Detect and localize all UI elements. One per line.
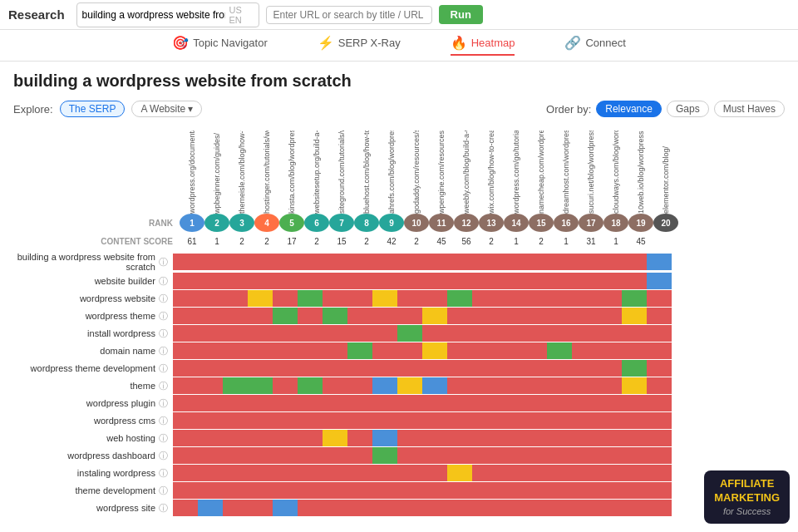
a-website-button[interactable]: A Website ▾ xyxy=(131,101,202,117)
row-label-0: building a wordpress website from scratc… xyxy=(13,252,173,272)
info-icon[interactable]: ⓘ xyxy=(159,275,168,288)
tab-topic-navigator[interactable]: 🎯 Topic Navigator xyxy=(172,35,268,56)
info-icon[interactable]: ⓘ xyxy=(159,397,168,410)
heat-cell xyxy=(173,482,198,499)
topbar: Research US EN Run xyxy=(0,0,798,30)
tab-connect[interactable]: 🔗 Connect xyxy=(564,35,625,56)
heat-cell xyxy=(298,377,323,394)
serp-xray-icon: ⚡ xyxy=(318,35,334,51)
col-header-19: 10web.io/blog/wordpress-tutorial/ xyxy=(628,122,653,214)
heat-cell xyxy=(572,412,597,429)
heat-cell xyxy=(397,290,422,307)
order-by: Order by: Relevance Gaps Must Haves xyxy=(546,101,785,117)
heat-cell xyxy=(248,482,273,499)
rank-cell-3: 3 xyxy=(229,214,254,232)
order-relevance-button[interactable]: Relevance xyxy=(596,101,662,117)
heat-cell xyxy=(173,447,198,464)
heat-cell xyxy=(198,342,223,359)
heat-cell xyxy=(522,482,547,499)
explore-label: Explore: xyxy=(13,103,53,116)
run-button[interactable]: Run xyxy=(439,5,483,24)
heat-cell xyxy=(497,500,522,516)
url-input[interactable] xyxy=(266,6,432,24)
heat-cell xyxy=(273,308,298,324)
heat-cell xyxy=(173,360,198,377)
heat-cell xyxy=(397,360,422,377)
heat-cell xyxy=(647,395,672,411)
search-input[interactable] xyxy=(82,9,226,21)
info-icon[interactable]: ⓘ xyxy=(159,328,168,340)
info-icon[interactable]: ⓘ xyxy=(159,450,168,462)
heat-cell xyxy=(622,447,647,464)
info-icon[interactable]: ⓘ xyxy=(159,310,168,323)
order-must-haves-button[interactable]: Must Haves xyxy=(714,101,785,117)
heat-cell xyxy=(472,308,497,324)
search-box[interactable]: US EN xyxy=(76,2,259,27)
heat-cell xyxy=(597,377,622,394)
row-label-3: wordpress themeⓘ xyxy=(13,310,173,323)
table-row: theme developmentⓘ xyxy=(13,482,785,499)
heat-cell xyxy=(198,430,223,446)
heat-cell xyxy=(223,360,248,377)
heat-cell xyxy=(347,430,372,446)
heat-cell xyxy=(223,254,248,270)
table-row: instaling wordpressⓘ xyxy=(13,465,785,481)
heat-cell xyxy=(622,395,647,411)
score-cell-16: 1 xyxy=(554,234,579,249)
heat-cell xyxy=(522,308,547,324)
heat-cell xyxy=(198,377,223,394)
rank-cell-19: 19 xyxy=(628,214,653,232)
rank-cell-11: 11 xyxy=(429,214,454,232)
info-icon[interactable]: ⓘ xyxy=(159,485,168,497)
col-header-text-4: hostinger.com/tutorials/wordpress/ xyxy=(263,131,271,214)
heat-cell xyxy=(447,254,472,270)
info-icon[interactable]: ⓘ xyxy=(159,293,168,305)
score-cell-3: 2 xyxy=(229,234,254,249)
heat-cell xyxy=(347,500,372,516)
the-serp-button[interactable]: The SERP xyxy=(60,101,126,117)
heat-cell xyxy=(347,325,372,342)
heat-cell xyxy=(298,412,323,429)
heat-cell xyxy=(572,360,597,377)
rank-cell-14: 14 xyxy=(504,214,529,232)
info-icon[interactable]: ⓘ xyxy=(159,415,168,427)
info-icon[interactable]: ⓘ xyxy=(159,345,168,357)
order-gaps-button[interactable]: Gaps xyxy=(667,101,709,117)
heat-cell xyxy=(273,465,298,481)
heat-cell xyxy=(622,254,647,270)
heat-cell xyxy=(472,342,497,359)
heat-cell xyxy=(497,395,522,411)
score-cell-2: 1 xyxy=(204,234,229,249)
heat-cell xyxy=(372,447,397,464)
tab-serp-xray[interactable]: ⚡ SERP X-Ray xyxy=(318,35,401,56)
row-label-text-11: wordpress dashboard xyxy=(67,451,155,461)
heat-cell xyxy=(347,342,372,359)
info-icon[interactable]: ⓘ xyxy=(159,502,168,515)
heat-cell xyxy=(323,273,347,289)
heat-cell xyxy=(323,290,347,307)
heat-cell xyxy=(572,254,597,270)
info-icon[interactable]: ⓘ xyxy=(159,432,168,445)
info-icon[interactable]: ⓘ xyxy=(159,380,168,392)
heat-cell xyxy=(422,377,447,394)
heat-cell xyxy=(248,430,273,446)
heat-cell xyxy=(647,290,672,307)
col-header-2: wpbeginner.com/guides/ xyxy=(204,122,229,214)
row-label-12: instaling wordpressⓘ xyxy=(13,467,173,480)
tab-heatmap[interactable]: 🔥 Heatmap xyxy=(451,35,515,56)
heat-cell xyxy=(622,290,647,307)
heat-cell xyxy=(198,465,223,481)
col-header-text-6: websitesetup.org/build-a-wordpress-websi… xyxy=(313,131,321,214)
col-header-8: bluehost.com/blog/how-to-build-a-wordpre… xyxy=(354,122,379,214)
heat-cell xyxy=(372,325,397,342)
heat-cell xyxy=(248,395,273,411)
info-icon[interactable]: ⓘ xyxy=(159,256,168,268)
row-label-text-6: wordpress theme development xyxy=(31,363,155,373)
rank-row: RANK 1234567891011121314151617181920 xyxy=(13,214,785,232)
col-header-18: cloudways.com/blog/wordpress-tutorial/ xyxy=(603,122,628,214)
info-icon[interactable]: ⓘ xyxy=(159,362,168,375)
heat-cell xyxy=(298,273,323,289)
heat-cell xyxy=(572,447,597,464)
col-header-9: ahrefs.com/blog/wordpress-website/ xyxy=(379,122,404,214)
info-icon[interactable]: ⓘ xyxy=(159,467,168,480)
